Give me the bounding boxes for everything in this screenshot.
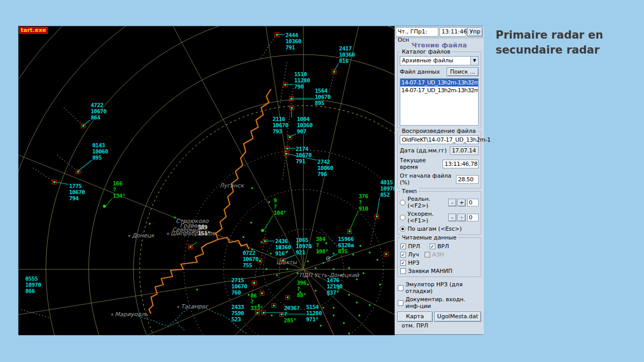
- bottom-button[interactable]: Карта отм. ПРЛ: [397, 312, 433, 322]
- radar-plot-mark: [333, 315, 334, 316]
- tempo-row: Ускорен. (<F1>)-+0: [400, 211, 479, 224]
- red-target-marker: [284, 151, 289, 156]
- radar-plot-mark: [333, 268, 334, 270]
- tempo-radio[interactable]: [400, 215, 405, 220]
- city-label: Шахты: [276, 259, 297, 266]
- checkbox-row: АЗН: [425, 251, 453, 258]
- catalog-combobox[interactable]: Архивные файлы ▼: [400, 56, 479, 65]
- extra-checkboxes: Эмулятор НРЗ (для отладки)Документир. вх…: [397, 280, 481, 309]
- checkbox[interactable]: [400, 268, 406, 274]
- file-list-item[interactable]: 14-07-17_UD_13h2m-13h32m.kt: [400, 79, 478, 87]
- track-label-line: 835: [338, 249, 354, 255]
- track-label-line: 916°: [275, 251, 291, 257]
- tempo-value-field[interactable]: 0: [467, 199, 479, 206]
- tempo-value-field[interactable]: 0: [467, 214, 479, 221]
- checkbox[interactable]: ✓: [430, 244, 435, 249]
- tempo-radio[interactable]: [400, 200, 405, 205]
- control-panel: Чт., ГПр1: Осн 13:11:46 Упр Чтение файла…: [395, 26, 484, 334]
- checkbox-label: АЗН: [432, 251, 444, 258]
- radar-display: tart.exe 2444103607912417103608161510112…: [19, 26, 395, 335]
- file-path-field[interactable]: OldFileKT\14-07-17_UD_13h2m-1: [400, 135, 479, 144]
- track-label-line: 760: [231, 290, 247, 296]
- radar-plot-mark: [286, 268, 288, 270]
- green-target-marker: [261, 229, 264, 232]
- tempo-minus-button[interactable]: -: [448, 214, 456, 221]
- city-name: Таганрог: [181, 303, 208, 310]
- track-label-line: 921: [296, 250, 312, 256]
- checkbox[interactable]: ✓: [400, 252, 406, 257]
- tempo-group: Темп Реальн. (<F2>)-+0Ускорен. (<F1>)-+0…: [397, 191, 481, 235]
- checkbox[interactable]: [398, 285, 403, 291]
- track-label-line: 791: [296, 159, 312, 165]
- file-list-item[interactable]: 14-07-17_UD_13h2m-13h32m_13: [400, 87, 478, 94]
- track-label-line: 104°: [274, 210, 286, 216]
- track-label: 274210060796: [317, 159, 333, 178]
- current-time-field[interactable]: 13:11:46,78: [443, 160, 479, 168]
- city-name: Шахты: [276, 259, 297, 266]
- track-label-line: 198°: [316, 249, 329, 255]
- red-target-marker: [287, 135, 292, 140]
- track-label: 156410670895: [315, 88, 331, 107]
- track-label: 244410360791: [285, 32, 301, 51]
- checkbox[interactable]: ✓: [400, 260, 406, 266]
- track-label: 072210670755: [243, 250, 259, 269]
- radar-plot-mark: [323, 307, 324, 308]
- checkbox[interactable]: [398, 300, 403, 306]
- red-target-marker: [188, 245, 193, 249]
- radar-plot-mark: [307, 261, 309, 262]
- red-target-marker: [285, 295, 290, 300]
- radar-plot-mark: [377, 259, 378, 261]
- catalog-group: Каталог файлов Архивные файлы ▼ Файл дан…: [397, 51, 481, 128]
- radar-plot-mark: [359, 315, 360, 316]
- tempo-plus-button[interactable]: +: [457, 199, 466, 206]
- track-label: 177510670794: [69, 183, 85, 202]
- radar-plot-mark: [149, 223, 150, 225]
- radar-plot-mark: [307, 284, 309, 285]
- radar-plot-mark: [360, 245, 361, 247]
- city-label: Таганрог: [177, 303, 208, 310]
- search-button[interactable]: Поиск ...: [447, 67, 479, 76]
- checkbox[interactable]: ✓: [400, 244, 406, 249]
- file-position-field[interactable]: 28.50: [456, 175, 479, 184]
- panel-titlebar: Чт., ГПр1: Осн 13:11:46 Упр: [395, 26, 484, 38]
- radar-plot-mark: [196, 289, 198, 290]
- file-data-label: Файл данных: [400, 68, 447, 75]
- tempo-radio[interactable]: [400, 226, 405, 232]
- track-label-line: 285°: [284, 318, 300, 324]
- tempo-minus-button[interactable]: -: [448, 199, 456, 206]
- upr-button[interactable]: Упр: [467, 27, 483, 37]
- red-target-marker: [81, 124, 86, 128]
- track-label: 515411280971°: [306, 304, 322, 323]
- track-label: 243610360916°: [275, 238, 291, 257]
- track-label: 24337590523: [231, 304, 244, 323]
- track-label: 396?88°: [297, 280, 306, 299]
- city-label: Мариуполь: [111, 311, 148, 318]
- file-listbox[interactable]: 14-07-17_UD_13h2m-13h32m.kt14-07-17_UD_1…: [400, 78, 479, 126]
- red-target-marker: [285, 146, 290, 151]
- track-label: 401510970852: [380, 180, 395, 198]
- radar-plot-mark: [251, 187, 253, 189]
- track-label-line: 151°: [198, 231, 211, 237]
- track-label-line: 523: [231, 317, 244, 323]
- radar-plot-mark: [348, 333, 350, 334]
- bottom-button[interactable]: UgolMesta.dat: [434, 312, 481, 322]
- page-caption: Primaire radar en secundaire radar: [496, 28, 614, 58]
- red-target-marker: [384, 252, 388, 256]
- red-target-marker: [272, 303, 276, 308]
- track-label: 271510670760: [231, 278, 247, 296]
- radar-plot-mark: [363, 272, 364, 274]
- red-target-marker: [263, 239, 267, 244]
- track-label-line: 796: [317, 171, 333, 178]
- chevron-down-icon[interactable]: ▼: [470, 57, 478, 65]
- red-target-marker: [375, 214, 379, 219]
- city-dot-icon: [128, 235, 130, 237]
- radar-plot-mark: [315, 290, 316, 291]
- panel-title: Чтение файла: [397, 41, 481, 49]
- track-label-line: 816: [339, 58, 355, 64]
- radar-plot-mark: [356, 279, 358, 280]
- radar-plot-mark: [379, 284, 381, 285]
- exe-title-label: tart.exe: [19, 27, 48, 34]
- radar-plot-mark: [348, 294, 350, 296]
- city-name: Донецк: [132, 232, 154, 239]
- track-label: 241710360816: [339, 46, 355, 64]
